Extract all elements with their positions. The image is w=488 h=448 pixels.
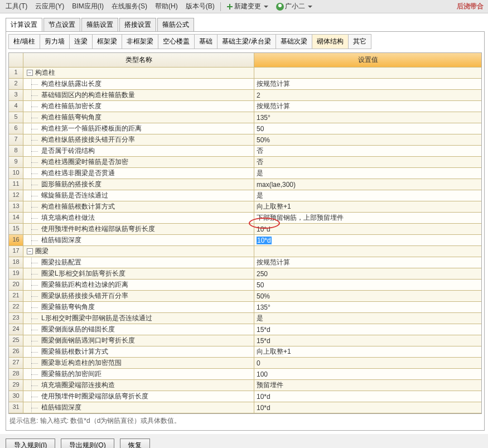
grid-row[interactable]: 1−构造柱: [9, 68, 481, 79]
grid-row[interactable]: 10构造柱遇非圈梁是否贯通是: [9, 168, 481, 179]
row-value-cell[interactable]: 50: [254, 123, 481, 134]
subtab-1[interactable]: 剪力墙: [40, 34, 69, 49]
grid-row[interactable]: 28圈梁箍筋的加密间距100: [9, 369, 481, 380]
grid-row[interactable]: 3基础锚固区内的构造柱箍筋数量2: [9, 90, 481, 101]
row-value-cell[interactable]: 否: [254, 146, 481, 156]
row-value-cell[interactable]: 是: [254, 190, 481, 201]
row-label: 填充墙圈梁端部连接构造: [41, 380, 115, 390]
row-label: 构造柱第一个箍筋距楼板面的距离: [41, 124, 142, 133]
row-value-cell[interactable]: 50: [254, 280, 481, 290]
grid-row[interactable]: 31植筋锚固深度10*d: [9, 402, 481, 413]
grid-row[interactable]: 19圈梁L形相交斜加筋弯折长度250: [9, 268, 481, 280]
menu-cloud[interactable]: 云应用(Y): [32, 1, 67, 12]
subtab-5[interactable]: 空心楼盖: [158, 34, 194, 49]
row-value-cell[interactable]: 按规范计算: [254, 257, 481, 268]
row-value-cell[interactable]: [254, 246, 481, 257]
grid-row[interactable]: 13构造柱箍筋根数计算方式向上取整+1: [9, 201, 481, 213]
row-value: 50%: [257, 136, 270, 144]
grid-row[interactable]: 29填充墙圈梁端部连接构造预留埋件: [9, 380, 481, 391]
row-value-cell[interactable]: 按规范计算: [254, 101, 481, 112]
subtab-2[interactable]: 连梁: [69, 34, 92, 49]
grid-row[interactable]: 12螺旋箍筋是否连续通过是: [9, 190, 481, 201]
tree-line-icon: [27, 291, 41, 301]
tab-node-settings[interactable]: 节点设置: [44, 18, 80, 31]
row-value-cell[interactable]: 100: [254, 369, 481, 379]
tab-stirrup-settings[interactable]: 箍筋设置: [81, 18, 118, 31]
collapse-icon[interactable]: −: [27, 70, 33, 76]
new-change-button[interactable]: 新建变更: [223, 1, 272, 12]
grid-row[interactable]: 6构造柱第一个箍筋距楼板面的距离50: [9, 123, 481, 134]
tab-calc-settings[interactable]: 计算设置: [6, 18, 42, 31]
tab-overlap-settings[interactable]: 搭接设置: [119, 18, 156, 31]
row-value-cell[interactable]: 是: [254, 168, 481, 179]
restore-button[interactable]: 恢复: [120, 439, 150, 448]
row-value-cell[interactable]: 135°: [254, 112, 481, 123]
grid-row[interactable]: 21圈梁纵筋搭接接头错开百分率50%: [9, 291, 481, 302]
grid-row[interactable]: 27圈梁靠近构造柱的加密范围0: [9, 358, 481, 369]
row-value-cell[interactable]: 250: [254, 268, 481, 279]
row-value-cell[interactable]: 2: [254, 90, 481, 100]
grid-row[interactable]: 18圈梁拉筋配置按规范计算: [9, 257, 481, 268]
row-value-cell[interactable]: 向上取整+1: [254, 346, 481, 357]
grid-row[interactable]: 25圈梁侧面钢筋遇洞口时弯折长度15*d: [9, 335, 481, 346]
subtab-6[interactable]: 基础: [194, 34, 217, 49]
grid-row[interactable]: 7构造柱纵筋搭接接头错开百分率50%: [9, 134, 481, 146]
grid-row[interactable]: 30使用预埋件时圈梁端部纵筋弯折长度10*d: [9, 391, 481, 402]
row-value-cell[interactable]: 下部预留钢筋，上部预留埋件: [254, 213, 481, 223]
row-value-cell[interactable]: 否: [254, 157, 481, 167]
row-value-cell[interactable]: 0: [254, 358, 481, 368]
row-value-cell[interactable]: max(lae,300): [254, 179, 481, 190]
menu-version[interactable]: 版本号(B): [182, 1, 218, 12]
subtab-3[interactable]: 框架梁: [92, 34, 122, 49]
row-value-cell[interactable]: [254, 68, 481, 78]
row-value-cell[interactable]: 10*d: [254, 391, 481, 402]
subtab-4[interactable]: 非框架梁: [122, 34, 158, 49]
subtab-0[interactable]: 柱/墙柱: [8, 34, 40, 49]
row-number: 7: [9, 134, 23, 145]
tab-stirrup-formula[interactable]: 箍筋公式: [157, 18, 194, 31]
row-value-cell[interactable]: 50%: [254, 134, 481, 145]
menu-help[interactable]: 帮助(H): [152, 1, 181, 12]
grid-row[interactable]: 14填充墙构造柱做法下部预留钢筋，上部预留埋件: [9, 213, 481, 224]
row-value-cell[interactable]: 10*d: [254, 402, 481, 413]
row-value-cell[interactable]: 是: [254, 313, 481, 324]
grid-row[interactable]: 11圆形箍筋的搭接长度max(lae,300): [9, 179, 481, 190]
row-value-cell[interactable]: 50%: [254, 291, 481, 301]
menu-bim[interactable]: BIM应用(I): [69, 1, 107, 12]
row-value-cell[interactable]: 15*d: [254, 324, 481, 335]
grid-row[interactable]: 9构造柱遇圈梁时箍筋是否加密否: [9, 157, 481, 168]
row-value-cell[interactable]: 预留埋件: [254, 380, 481, 391]
grid-row[interactable]: 23L形相交时圈梁中部钢筋是否连续通过是: [9, 313, 481, 324]
grid-row[interactable]: 26圈梁箍筋根数计算方式向上取整+1: [9, 346, 481, 358]
row-label: 圈梁侧面钢筋遇洞口时弯折长度: [41, 336, 135, 345]
grid-row[interactable]: 15使用预埋件时构造柱端部纵筋弯折长度10*d: [9, 224, 481, 235]
import-rules-button[interactable]: 导入规则(I): [6, 439, 55, 448]
export-rules-button[interactable]: 导出规则(O): [61, 439, 114, 448]
menu-tools[interactable]: 工具(T): [2, 1, 31, 12]
grid-row[interactable]: 20圈梁箍筋距构造柱边缘的距离50: [9, 280, 481, 291]
user-menu[interactable]: 广小二: [273, 1, 316, 12]
grid-row[interactable]: 16植筋锚固深度10*d: [9, 235, 481, 246]
grid-row[interactable]: 24圈梁侧面纵筋的锚固长度15*d: [9, 324, 481, 335]
row-value-cell[interactable]: 向上取整+1: [254, 201, 481, 212]
subtab-7[interactable]: 基础主梁/承台梁: [217, 34, 275, 49]
grid-row[interactable]: 22圈梁箍筋弯钩角度135°: [9, 302, 481, 313]
menu-divider: [220, 2, 221, 11]
grid-row[interactable]: 2构造柱纵筋露出长度按规范计算: [9, 79, 481, 90]
row-name-cell: 植筋锚固深度: [23, 235, 254, 245]
menu-online[interactable]: 在线服务(S): [108, 1, 151, 12]
grid-row[interactable]: 5构造柱箍筋弯钩角度135°: [9, 112, 481, 123]
grid-row[interactable]: 17−圈梁: [9, 246, 481, 257]
row-value-cell[interactable]: 按规范计算: [254, 79, 481, 89]
row-value-cell[interactable]: 135°: [254, 302, 481, 312]
subtab-10[interactable]: 其它: [348, 34, 371, 49]
subtab-9[interactable]: 砌体结构: [312, 34, 348, 49]
collapse-icon[interactable]: −: [27, 248, 33, 254]
grid-row[interactable]: 4构造柱箍筋加密长度按规范计算: [9, 101, 481, 112]
row-value-cell[interactable]: 10*d: [254, 224, 481, 234]
row-value-cell[interactable]: 15*d: [254, 335, 481, 346]
tree-line-icon: [27, 135, 41, 144]
subtab-8[interactable]: 基础次梁: [276, 34, 312, 49]
row-value-cell[interactable]: 10*d: [254, 235, 481, 245]
grid-row[interactable]: 8是否属于砖混结构否: [9, 146, 481, 157]
